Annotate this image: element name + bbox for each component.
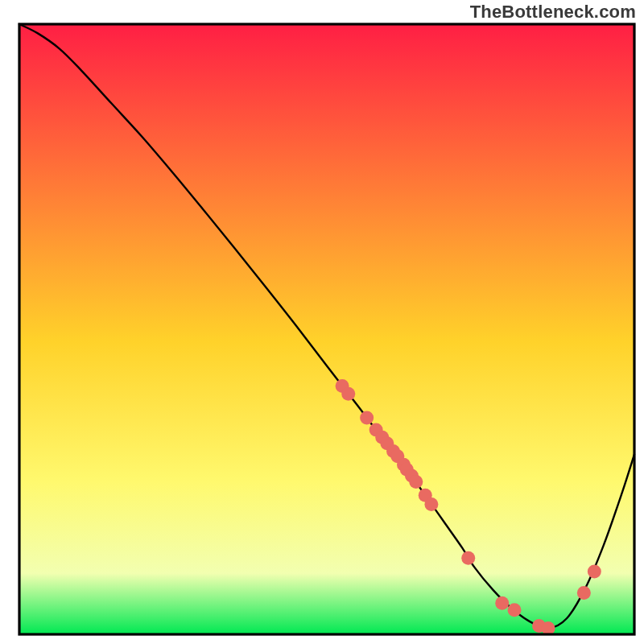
curve-dot: [424, 497, 438, 511]
curve-dot: [495, 597, 509, 610]
plot-background: [19, 24, 634, 634]
curve-dot: [577, 586, 591, 600]
chart-container: TheBottleneck.com: [0, 0, 644, 644]
curve-dot: [341, 387, 355, 401]
bottleneck-chart: [0, 0, 644, 644]
watermark-label: TheBottleneck.com: [470, 2, 636, 23]
curve-dot: [360, 411, 374, 424]
curve-dot: [542, 621, 555, 635]
curve-dot: [461, 551, 475, 565]
curve-dot: [508, 603, 522, 617]
curve-dot: [588, 564, 601, 578]
curve-dot: [409, 475, 423, 489]
